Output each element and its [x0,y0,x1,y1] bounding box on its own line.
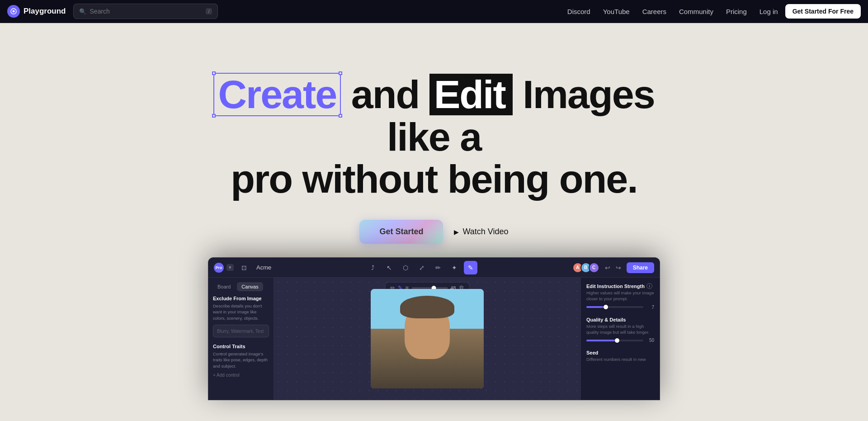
edit-strength-slider[interactable] [586,306,643,308]
tool-shape[interactable]: ⬡ [399,261,412,274]
add-control-button[interactable]: + Add control [213,373,269,378]
exclude-input[interactable]: Blurry, Watermark, Text [213,325,269,337]
undo-redo: ↩ ↪ [603,262,623,273]
tool-select[interactable]: ↖ [382,261,396,274]
login-link[interactable]: Log in [754,5,783,18]
quality-section: Quality & Details More steps will result… [586,317,654,343]
canvas-area[interactable]: ✏ ✎ ≡ 48 🗑 [274,278,580,400]
dropdown-arrow[interactable]: ▾ [226,264,234,271]
tab-canvas[interactable]: Canvas [237,282,263,291]
hero-section: Create and Edit Images like a pro withou… [0,23,868,421]
nav-link-discord[interactable]: Discord [562,5,596,18]
slider-thumb [604,305,608,309]
slider-fill [586,306,604,308]
logo-text: Playground [24,7,66,16]
search-placeholder: Search [90,8,203,15]
svg-point-1 [13,10,15,13]
edit-strength-section: Edit Instruction Strength i Higher value… [586,283,654,310]
play-icon: ▶ [454,228,459,236]
tool-pen[interactable]: ✏ [431,261,445,274]
nav-link-careers[interactable]: Careers [637,5,672,18]
toolbar-right: A B C ↩ ↪ Share [572,262,654,273]
nav-logo[interactable]: Playground [7,5,66,18]
info-icon[interactable]: i [646,283,652,289]
logo-icon [7,5,20,18]
share-button[interactable]: Share [627,262,654,273]
create-word: Create [213,73,341,116]
hero-buttons: Get Started ▶ Watch Video [359,220,508,244]
exclude-desc: Describe details you don't want in your … [213,303,269,321]
portrait-image [371,289,484,388]
edit-strength-value: 7 [646,305,654,310]
seed-section: Seed Different numbers result in new [586,350,654,362]
edit-strength-title: Edit Instruction Strength i [586,283,654,289]
get-started-button[interactable]: Get Started [359,220,443,244]
strength-slider[interactable] [411,287,448,289]
control-traits-desc: Control generated image's traits like po… [213,351,269,369]
nav-links: Discord YouTube Careers Community Pricin… [562,4,861,19]
quality-slider[interactable] [586,340,643,341]
watch-video-button[interactable]: ▶ Watch Video [454,227,508,237]
app-toolbar: Pro ▾ ⊡ Acme ⤴ ↖ ⬡ ⤢ ✏ ✦ ✎ A B C [208,258,660,278]
corner-tl [212,71,216,75]
search-bar[interactable]: 🔍 Search / [73,4,218,19]
search-icon: 🔍 [79,8,86,15]
quality-slider-row: 50 [586,338,654,343]
app-preview: Pro ▾ ⊡ Acme ⤴ ↖ ⬡ ⤢ ✏ ✦ ✎ A B C [208,257,660,400]
avatar-3: C [589,262,599,273]
search-shortcut: / [206,8,212,14]
nav-link-pricing[interactable]: Pricing [721,5,752,18]
nav-link-community[interactable]: Community [674,5,719,18]
redo-button[interactable]: ↪ [614,262,623,273]
nav-link-youtube[interactable]: YouTube [598,5,635,18]
tool-share2[interactable]: ⤢ [415,261,429,274]
hero-text: Create and Edit Images like a pro withou… [185,23,683,244]
tool-export[interactable]: ⤴ [366,261,380,274]
right-panel: Edit Instruction Strength i Higher value… [580,278,660,400]
edit-word: Edit [429,74,513,115]
undo-button[interactable]: ↩ [603,262,612,273]
exclude-title: Exclude From Image [213,296,269,301]
corner-bl [212,114,216,118]
tool-magic[interactable]: ✦ [448,261,461,274]
app-logo: Pro ▾ [214,263,234,273]
panel-tabs: Board Canvas [213,282,269,291]
avatar-group: A B C [572,262,599,273]
tool-frame[interactable]: ⊡ [237,261,251,274]
get-started-for-free-button[interactable]: Get Started For Free [785,4,861,19]
hero-headline: Create and Edit Images like a pro withou… [185,73,683,200]
seed-desc: Different numbers result in new [586,356,654,362]
control-traits-title: Control Traits [213,344,269,349]
quality-slider-fill [586,340,615,341]
tab-board[interactable]: Board [213,282,235,291]
edit-strength-desc: Higher values will make your image close… [586,290,654,302]
quality-value: 50 [646,338,654,343]
toolbar-tools: ⤴ ↖ ⬡ ⤢ ✏ ✦ ✎ [366,261,477,274]
navbar: Playground 🔍 Search / Discord YouTube Ca… [0,0,868,23]
workspace-name: Acme [256,264,271,271]
quality-slider-thumb [615,338,619,343]
quality-title: Quality & Details [586,317,654,322]
tool-edit-active[interactable]: ✎ [464,261,477,274]
corner-tr [339,71,342,75]
corner-br [339,114,342,118]
app-body: Board Canvas Exclude From Image Describe… [208,278,660,400]
seed-title: Seed [586,350,654,355]
cursor-blink [507,80,508,114]
app-logo-icon: Pro [214,263,224,273]
portrait-face [371,289,484,388]
quality-desc: More steps will result in a high quality… [586,323,654,336]
left-panel: Board Canvas Exclude From Image Describe… [208,278,274,400]
edit-strength-slider-row: 7 [586,305,654,310]
